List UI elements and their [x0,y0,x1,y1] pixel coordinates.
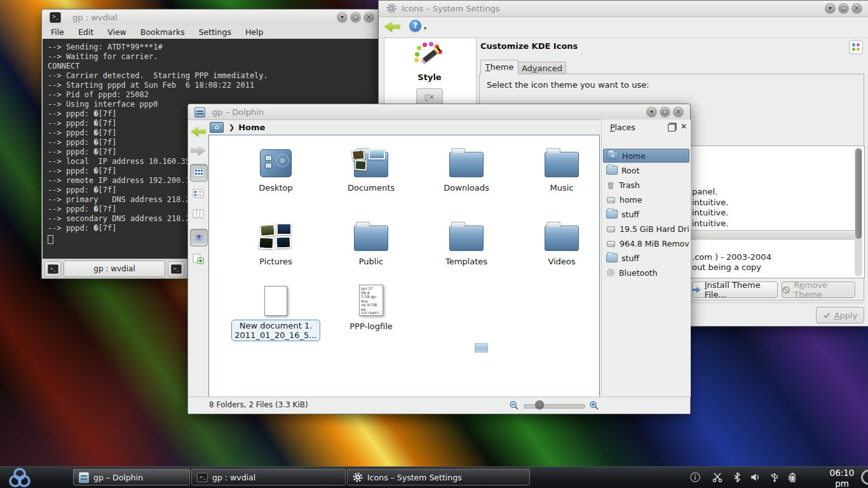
maximize-button[interactable]: ○ [838,3,849,13]
clipboard-scissors-icon[interactable] [712,471,723,483]
maximize-button[interactable]: ○ [350,11,361,22]
folder-item-documents[interactable]: Documents [323,142,419,193]
folder-item-pictures[interactable]: Pictures [228,215,323,266]
place-home[interactable]: ⌂ Home [603,149,689,163]
place-hard-drive[interactable]: 19.5 GiB Hard Drive [603,222,689,236]
terminal-titlebar[interactable]: >_ gp : wvdial ▾ ○ × [42,10,382,25]
folder-item-public[interactable]: Public [323,215,419,266]
text-file-icon: Jan 17 09:4 7:18 gp-Asp ire-5738 pp pd[1… [359,285,383,316]
tab-theme[interactable]: Theme [480,60,519,74]
help-button[interactable]: ? [409,20,421,32]
terminal-menubar: File Edit View Bookmarks Settings Help [42,25,382,39]
folder-item-templates[interactable]: Templates [419,215,514,266]
task-system-settings[interactable]: Icons – System Settings [347,469,530,485]
folder-item-music[interactable]: Music [514,142,609,193]
place-stuff-2[interactable]: stuff [603,251,689,265]
task-wvdial[interactable]: >_ gp : wvdial [191,469,346,485]
float-panel-icon[interactable] [668,124,675,132]
place-stuff-1[interactable]: stuff [603,207,689,221]
home-folder-icon[interactable]: ⌂ [210,122,224,133]
split-view-button[interactable] [190,250,207,267]
zoom-slider-handle[interactable] [535,400,544,409]
home-folder-icon: ⌂ [607,151,618,160]
folder-item-downloads[interactable]: Downloads [419,142,514,193]
trash-icon [606,180,615,190]
file-view[interactable]: Desktop Documents Downloads Music [208,135,600,397]
menu-view[interactable]: View [107,27,126,37]
dolphin-titlebar[interactable]: gp – Dolphin ▾ ○ × [188,104,690,120]
back-button[interactable] [384,20,400,33]
menu-help[interactable]: Help [245,27,264,37]
file-item-ppp-logfile[interactable]: Jan 17 09:4 7:18 gp-Asp ire-5738 pp pd[1… [323,276,419,331]
minimize-button[interactable]: ▾ [337,11,348,22]
menu-file[interactable]: File [51,27,64,37]
folder-item-videos[interactable]: Videos [514,215,609,266]
chevron-down-icon[interactable]: ▾ [424,25,426,31]
usb-device-notifier-icon[interactable] [769,471,780,483]
terminal-tab-button-2[interactable]: >_ [168,261,184,277]
gear-icon [606,268,615,277]
overview-dots-button[interactable] [849,40,863,54]
forward-button[interactable] [190,142,207,159]
icons-view-button[interactable] [190,164,208,182]
desktop-folder-icon [260,149,292,177]
details-view-button[interactable] [190,186,207,202]
sidebar-item-label: Style [384,72,475,82]
file-preview-text: Jan 17 09:4 7:18 gp-Asp ire-5738 pp pd[1… [361,287,381,314]
place-root[interactable]: Root [603,163,689,177]
folder-icon [606,166,618,175]
terminal-icon: >_ [197,473,208,482]
terminal-tab[interactable]: gp : wvdial [64,261,165,277]
minimize-button[interactable]: ▾ [825,3,836,13]
zoom-slider-track[interactable] [524,404,585,409]
task-dolphin[interactable]: gp – Dolphin [73,469,190,485]
menu-bookmarks[interactable]: Bookmarks [140,27,185,37]
tab-advanced[interactable]: Advanced [518,62,566,74]
breadcrumb-separator: ❯ [229,123,234,132]
bluetooth-icon[interactable] [731,471,743,483]
preview-icon [193,233,205,243]
install-theme-button[interactable]: Install Theme File... [692,281,778,298]
maximize-button[interactable]: ○ [660,106,670,117]
icons-view-icon [193,167,205,179]
folder-item-desktop[interactable]: Desktop [228,142,323,193]
close-button[interactable]: × [363,11,374,22]
zoom-out-icon[interactable] [509,400,519,410]
clock[interactable]: 06:10 pm Sun, 6 Feb [822,468,862,488]
folder-icon [606,210,618,219]
menu-settings[interactable]: Settings [199,27,231,37]
gear-icon [386,3,397,13]
columns-view-button[interactable] [190,206,207,222]
panel-toolbox-icon[interactable] [861,470,868,485]
battery-icon[interactable] [787,471,798,483]
folder-icon [545,152,579,177]
new-tab-button[interactable]: >_ [44,261,61,277]
sidebar-item-style[interactable]: Style ▯✕ [384,41,475,106]
documents-folder-icon [354,152,388,177]
close-panel-icon[interactable]: ✕ [681,122,687,131]
close-button[interactable]: × [673,106,684,117]
volume-icon[interactable] [750,471,761,483]
place-trash[interactable]: Trash [603,178,689,192]
folder-icon [545,226,579,251]
file-item-new-document[interactable]: New document 1. 2011_01_20_16_5... [228,276,323,341]
back-button[interactable] [190,123,207,140]
system-settings-titlebar[interactable]: Icons – System Settings ▾ ○ × [379,1,868,17]
minimize-button[interactable]: ▾ [646,106,657,117]
place-removable[interactable]: 964.8 MiB Remov... [603,236,689,250]
zoom-in-icon[interactable] [589,400,599,410]
menu-edit[interactable]: Edit [78,27,93,37]
info-tray-icon[interactable] [689,471,701,483]
scrollbar-thumb[interactable] [855,149,862,239]
place-home-drive[interactable]: home [603,193,689,207]
place-bluetooth[interactable]: Bluetooth [603,266,689,280]
theme-description-fragment: panel. intuitive. intuitive. intuitive. [692,187,728,229]
remove-theme-button[interactable]: Remove Theme [782,281,855,298]
app-launcher-button[interactable] [5,466,34,488]
close-button[interactable]: × [851,3,862,13]
dolphin-statusbar: 8 Folders, 2 Files (3.3 KiB) [188,396,690,414]
breadcrumb-home[interactable]: Home [238,123,265,132]
apply-button[interactable]: Apply [816,307,864,323]
preview-button[interactable] [190,229,208,247]
scrollbar[interactable] [855,147,862,276]
